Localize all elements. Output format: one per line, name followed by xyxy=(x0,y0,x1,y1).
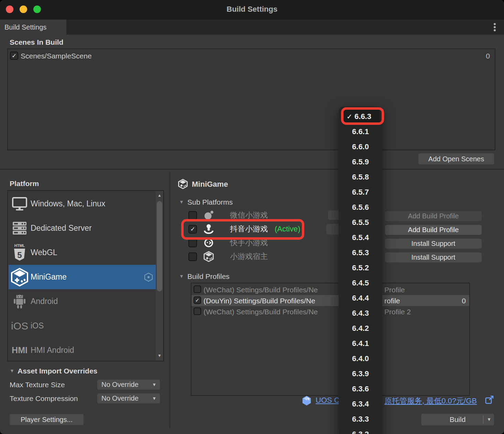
build-profile-checkbox[interactable] xyxy=(194,285,201,293)
platform-item-ios[interactable]: iOS iOS xyxy=(9,314,156,338)
version-menu-item[interactable]: 6.5.4 xyxy=(339,230,382,245)
max-texture-size-value: No Override xyxy=(101,381,139,389)
max-texture-size-label: Max Texture Size xyxy=(10,381,65,389)
title-bar: Build Settings xyxy=(0,0,504,20)
build-profile-label-right[interactable]: Profile xyxy=(384,286,405,294)
server-icon xyxy=(9,221,31,236)
host-checkbox[interactable] xyxy=(188,252,197,261)
version-menu-item[interactable]: 6.3.4 xyxy=(339,397,382,412)
chevron-down-icon: ▼ xyxy=(152,396,156,401)
kuaishou-checkbox[interactable] xyxy=(188,239,197,247)
minigame-panel-title: MiniGame xyxy=(192,180,228,189)
player-settings-button[interactable]: Player Settings... xyxy=(10,414,84,425)
install-support-button[interactable]: Install Support xyxy=(385,239,482,249)
build-settings-window: Build Settings Build Settings Scenes In … xyxy=(0,0,504,434)
platform-item-webgl[interactable]: HTML5 WebGL xyxy=(9,240,156,265)
platform-item-hmi-android[interactable]: HMI HMI Android xyxy=(9,338,156,362)
check-icon: ✓ xyxy=(12,52,17,59)
version-menu-item[interactable]: 6.3.6 xyxy=(339,381,382,397)
horizontal-divider xyxy=(0,169,504,170)
version-menu-item[interactable]: 6.4.2 xyxy=(339,321,382,336)
install-support-button[interactable]: Install Support xyxy=(385,252,482,262)
build-profile-checkbox[interactable]: ✓ xyxy=(194,296,201,304)
max-texture-size-dropdown[interactable]: No Override ▼ xyxy=(97,380,160,390)
version-menu-item[interactable]: 6.5.5 xyxy=(339,215,382,230)
build-dropdown-icon[interactable]: ▼ xyxy=(487,417,491,422)
build-profile-label-left[interactable]: (DouYin) Settings/Build Profiles/Ne xyxy=(204,297,315,305)
scroll-up-icon[interactable]: ▲ xyxy=(157,193,162,198)
platform-item-label: WebGL xyxy=(31,248,57,257)
version-menu-item[interactable]: 6.6.1 xyxy=(339,124,382,139)
subplatform-host[interactable]: 小游戏宿主 xyxy=(188,251,268,262)
version-menu-item[interactable]: 6.3.2 xyxy=(339,427,382,434)
version-menu-item[interactable]: 6.6.0 xyxy=(339,139,382,154)
platform-item-minigame[interactable]: MiniGame xyxy=(9,265,156,289)
tab-build-settings[interactable]: Build Settings xyxy=(0,20,66,35)
uos-cube-icon xyxy=(302,395,311,407)
platform-item-android[interactable]: Android xyxy=(9,289,156,314)
build-profiles-header: Build Profiles xyxy=(187,272,230,281)
android-icon xyxy=(9,294,31,309)
version-menu-item[interactable]: 6.5.9 xyxy=(339,154,382,170)
foldout-triangle-icon[interactable]: ▼ xyxy=(179,273,184,279)
add-build-profile-button[interactable]: Add Build Profile xyxy=(385,225,482,235)
tab-bar: Build Settings xyxy=(0,20,504,35)
platform-item-windows-mac-linux[interactable]: Windows, Mac, Linux xyxy=(9,192,156,216)
platform-item-label: HMI Android xyxy=(31,346,74,355)
chevron-down-icon: ▼ xyxy=(152,382,156,387)
external-link-icon[interactable] xyxy=(485,395,494,406)
scene-index: 0 xyxy=(482,52,490,60)
version-menu-item[interactable]: 6.5.2 xyxy=(339,260,382,275)
subplatform-label: 小游戏宿主 xyxy=(230,251,268,262)
scrollbar-thumb[interactable] xyxy=(157,201,162,291)
check-icon: ✓ xyxy=(195,297,200,303)
version-menu-item[interactable]: 6.5.8 xyxy=(339,170,382,185)
build-profile-label-left[interactable]: (WeChat) Settings/Build Profiles/Ne xyxy=(204,308,318,316)
highlight-red-box-douyin xyxy=(181,219,304,240)
wechat-checkbox[interactable] xyxy=(188,211,197,220)
version-menu-item[interactable]: 6.4.1 xyxy=(339,336,382,351)
foldout-triangle-icon[interactable]: ▼ xyxy=(179,199,184,205)
monitor-icon xyxy=(9,197,31,211)
platform-item-dedicated-server[interactable]: Dedicated Server xyxy=(9,216,156,240)
scroll-down-icon[interactable]: ▼ xyxy=(157,353,162,358)
build-profile-label-left[interactable]: (WeChat) Settings/Build Profiles/Ne xyxy=(204,286,318,294)
hmi-icon: HMI xyxy=(9,345,31,355)
version-menu-item[interactable]: 6.5.7 xyxy=(339,185,382,200)
add-open-scenes-button[interactable]: Add Open Scenes xyxy=(418,153,494,164)
scene-label[interactable]: Scenes/SampleScene xyxy=(21,52,92,60)
minigame-badge-icon xyxy=(144,272,153,283)
foldout-triangle-icon[interactable]: ▼ xyxy=(10,368,14,373)
platform-scrollbar[interactable]: ▲ ▼ xyxy=(156,191,163,361)
platform-list: Windows, Mac, Linux Dedicated Server HTM… xyxy=(7,190,164,361)
minigame-host-icon xyxy=(203,251,215,262)
highlight-red-box-version xyxy=(341,107,384,125)
texture-compression-dropdown[interactable]: No Override ▼ xyxy=(97,393,160,403)
version-menu-item[interactable]: 6.4.0 xyxy=(339,351,382,366)
version-menu-item[interactable]: 6.5.3 xyxy=(339,245,382,260)
build-profile-label-right[interactable]: Profile 2 xyxy=(384,308,411,316)
kebab-menu-icon[interactable] xyxy=(490,22,500,32)
button-divider xyxy=(483,415,483,424)
svg-text:HTML: HTML xyxy=(14,243,25,248)
version-menu-item[interactable]: 6.4.3 xyxy=(339,306,382,321)
version-menu-item[interactable]: 6.3.9 xyxy=(339,366,382,381)
platform-item-label: Dedicated Server xyxy=(31,224,92,233)
vertical-divider xyxy=(169,172,170,428)
uos-link-left[interactable]: UOS C xyxy=(316,396,340,405)
build-profile-label-right[interactable]: rofile xyxy=(384,297,400,305)
ios-icon: iOS xyxy=(9,320,31,332)
html5-icon: HTML5 xyxy=(9,243,31,262)
version-menu-item[interactable]: 6.4.4 xyxy=(339,291,382,306)
scene-checkbox[interactable]: ✓ xyxy=(10,52,18,60)
build-profile-checkbox[interactable] xyxy=(194,307,201,315)
uos-link-right[interactable]: 原托管服务, 最低0.0?元/GB xyxy=(384,396,477,406)
minigame-cube-icon xyxy=(178,179,188,191)
version-menu-item[interactable]: 6.3.3 xyxy=(339,412,382,427)
platform-header: Platform xyxy=(10,180,39,188)
version-menu-item[interactable]: 6.5.6 xyxy=(339,200,382,215)
platform-item-label: iOS xyxy=(31,321,44,330)
build-button[interactable]: Build ▼ xyxy=(421,414,494,425)
window-title: Build Settings xyxy=(0,5,504,14)
version-menu-item[interactable]: 6.4.5 xyxy=(339,275,382,291)
